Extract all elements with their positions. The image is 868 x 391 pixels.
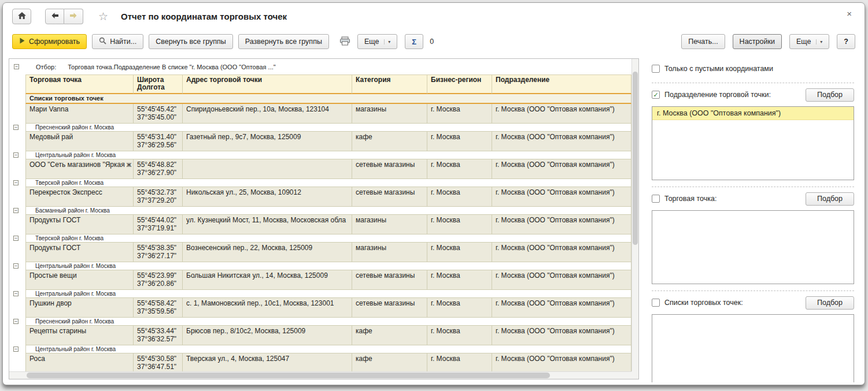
cell-trade-point[interactable]: Пушкин двор (25, 298, 134, 317)
cell-region[interactable]: г. Москва (427, 104, 492, 123)
cell-coordinates[interactable]: 55°45'33.44" 37°36'32.57" (134, 326, 183, 345)
cell-trade-point[interactable]: Рецепты старины (25, 326, 134, 345)
group-header[interactable]: Списки торговых точек (25, 94, 631, 104)
cell-region[interactable]: г. Москва (427, 298, 492, 317)
more-button[interactable]: Еще (357, 34, 397, 49)
cell-subdivision[interactable]: г. Москва (ООО "Оптовая компания") (492, 159, 631, 178)
back-button[interactable] (45, 9, 64, 24)
cell-coordinates[interactable]: 55°45'23.99" 37°36'20.86" (134, 270, 183, 289)
cell-subdivision[interactable]: г. Москва (ООО "Оптовая компания") (492, 187, 631, 206)
district-label[interactable]: Басманный район г. Москва (25, 206, 631, 215)
cell-address[interactable]: Вознесенский пер., 22, Москва, 125009 (183, 243, 352, 262)
cell-region[interactable]: г. Москва (427, 270, 492, 289)
subdivision-filter-checkbox[interactable]: ✓ (652, 91, 660, 99)
cell-coordinates[interactable]: 55°45'48.82" 37°36'27.90" (134, 159, 183, 178)
collapse-all-groups-button[interactable]: Свернуть все группы (149, 34, 233, 49)
district-label[interactable]: Центральный район г. Москва (25, 151, 631, 159)
district-label[interactable]: Центральный район г. Москва (25, 262, 631, 270)
lists-list[interactable] (652, 314, 854, 382)
cell-coordinates[interactable]: 55°45'38.35" 37°36'27.17" (134, 243, 183, 262)
cell-category[interactable]: сетевые магазины (352, 298, 427, 317)
cell-category[interactable]: кафе (352, 132, 427, 151)
cell-trade-point[interactable]: ООО "Сеть магазинов "Яркая ж (25, 159, 134, 178)
more-right-button[interactable]: Еще (789, 34, 829, 49)
cell-subdivision[interactable]: г. Москва (ООО "Оптовая компания") (492, 326, 631, 345)
trade-point-pick-button[interactable]: Подбор (806, 192, 854, 206)
home-button[interactable] (12, 9, 31, 24)
print-button[interactable]: Печать... (681, 34, 725, 49)
cell-address[interactable]: с. 1, Мамоновский пер., 10с1, Москва, 12… (183, 298, 352, 317)
cell-category[interactable]: кафе (352, 326, 427, 345)
cell-trade-point[interactable]: Перекресток Экспресс (25, 187, 134, 206)
generate-button[interactable]: Сформировать (12, 34, 87, 49)
settings-button[interactable]: Настройки (733, 34, 782, 49)
cell-address[interactable]: Никольская ул., 25, Москва, 109012 (183, 187, 352, 206)
subdivision-list[interactable]: г. Москва (ООО "Оптовая компания") (652, 106, 854, 180)
collapse-group-icon[interactable] (13, 152, 19, 158)
vertical-scrollbar[interactable] (631, 59, 638, 371)
district-label[interactable]: Центральный район г. Москва (25, 345, 631, 353)
cell-coordinates[interactable]: 55°45'58.42" 37°35'59.56" (134, 298, 183, 317)
cell-trade-point[interactable]: Медовый рай (25, 132, 134, 151)
forward-button[interactable] (64, 9, 83, 24)
print-quick-button[interactable] (338, 34, 352, 49)
cell-category[interactable]: сетевые магазины (352, 270, 427, 289)
cell-region[interactable]: г. Москва (427, 187, 492, 206)
collapse-report-icon[interactable] (14, 64, 19, 69)
district-label[interactable]: Тверской район г. Москва (25, 234, 631, 243)
cell-category[interactable]: сетевые магазины (352, 159, 427, 178)
cell-coordinates[interactable]: 55°45'45.42" 37°35'45.00" (134, 104, 183, 123)
vertical-scrollbar-thumb[interactable] (633, 72, 638, 245)
cell-address[interactable]: Брюсов пер., 8/10с2, Москва, 125009 (183, 326, 352, 345)
sum-button[interactable]: Σ (405, 34, 423, 49)
cell-region[interactable]: г. Москва (427, 243, 492, 262)
trade-point-filter-checkbox[interactable]: ✓ (652, 195, 660, 203)
cell-address[interactable]: ул. Кузнецкий Мост, 11, Москва, Московск… (183, 215, 352, 234)
horizontal-scrollbar[interactable] (9, 371, 631, 379)
cell-trade-point[interactable]: Простые вещи (25, 270, 134, 289)
cell-trade-point[interactable]: Мари Vanna (25, 104, 134, 123)
horizontal-scrollbar-thumb[interactable] (27, 373, 550, 378)
cell-coordinates[interactable]: 55°45'44.02" 37°37'19.91" (134, 215, 183, 234)
cell-trade-point[interactable]: Продукты ГОСТ (25, 243, 134, 262)
district-label[interactable]: Пресненский район г. Москва (25, 317, 631, 326)
cell-trade-point[interactable]: Роса (25, 353, 134, 371)
collapse-group-icon[interactable] (13, 263, 19, 269)
cell-category[interactable]: магазины (352, 215, 427, 234)
close-icon[interactable]: × (843, 8, 855, 20)
cell-region[interactable]: г. Москва (427, 215, 492, 234)
collapse-group-icon[interactable] (13, 236, 19, 241)
cell-coordinates[interactable]: 55°45'32.73" 37°37'29.20" (134, 187, 183, 206)
cell-subdivision[interactable]: г. Москва (ООО "Оптовая компания") (492, 270, 631, 289)
only-empty-coordinates-checkbox[interactable]: ✓ (652, 65, 660, 73)
cell-region[interactable]: г. Москва (427, 353, 492, 371)
cell-subdivision[interactable]: г. Москва (ООО "Оптовая компания") (492, 132, 631, 151)
cell-category[interactable]: сетевые магазины (352, 187, 427, 206)
find-button[interactable]: Найти... (92, 34, 143, 49)
cell-subdivision[interactable]: г. Москва (ООО "Оптовая компания") (492, 353, 631, 371)
only-empty-coordinates-label[interactable]: Только с пустыми координатами (664, 65, 773, 73)
collapse-group-icon[interactable] (13, 291, 19, 296)
cell-trade-point[interactable]: Продукты ГОСТ (25, 215, 134, 234)
cell-coordinates[interactable]: 55°45'31.40" 37°36'29.56" (134, 132, 183, 151)
district-label[interactable]: Центральный район г. Москва (25, 289, 631, 298)
collapse-group-icon[interactable] (13, 208, 19, 213)
cell-category[interactable]: магазины (352, 104, 427, 123)
lists-pick-button[interactable]: Подбор (806, 296, 854, 310)
favorite-star-icon[interactable]: ☆ (98, 10, 108, 23)
cell-address[interactable] (183, 159, 352, 178)
cell-subdivision[interactable]: г. Москва (ООО "Оптовая компания") (492, 215, 631, 234)
collapse-group-icon[interactable] (13, 125, 19, 130)
district-label[interactable]: Тверской район г. Москва (25, 178, 631, 187)
expand-all-groups-button[interactable]: Развернуть все группы (238, 34, 329, 49)
trade-point-list[interactable] (652, 210, 854, 284)
trade-point-filter-label[interactable]: Торговая точка: (664, 195, 716, 203)
help-button[interactable]: ? (837, 34, 855, 49)
lists-filter-checkbox[interactable]: ✓ (652, 299, 660, 307)
collapse-group-icon[interactable] (13, 347, 19, 352)
lists-filter-label[interactable]: Списки торговых точек: (664, 299, 743, 307)
subdivision-list-item[interactable]: г. Москва (ООО "Оптовая компания") (652, 107, 854, 120)
cell-address[interactable]: Тверская ул., 4, Москва, 125047 (183, 353, 352, 371)
cell-region[interactable]: г. Москва (427, 132, 492, 151)
collapse-group-icon[interactable] (13, 319, 19, 324)
